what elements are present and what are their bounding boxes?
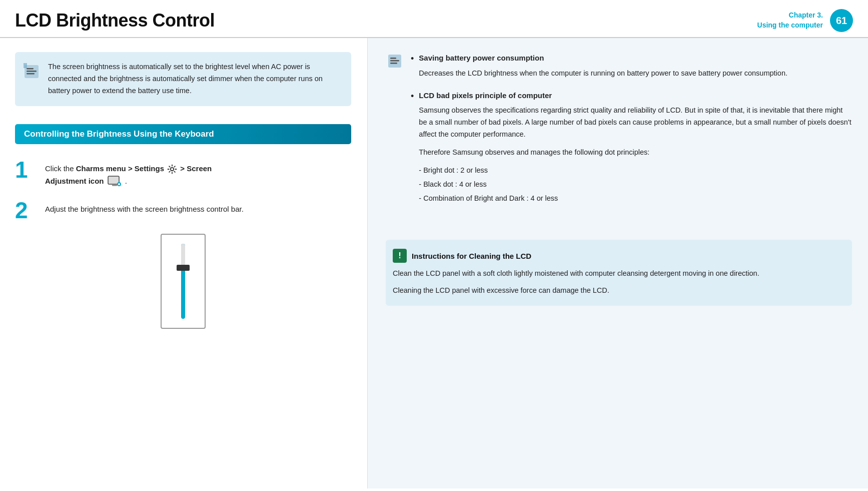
pencil-note-icon <box>22 62 41 81</box>
bullet-content-1: Saving battery power consumption Decreas… <box>419 52 787 80</box>
page-title: LCD Brightness Control <box>15 10 215 31</box>
slider-thumb <box>177 265 190 271</box>
step-2-text: Adjust the brightness with the screen br… <box>45 199 244 216</box>
svg-rect-6 <box>112 184 117 186</box>
warning-header: ! Instructions for Cleaning the LCD <box>393 249 842 263</box>
warning-line-1: Clean the LCD panel with a soft cloth li… <box>393 268 842 280</box>
svg-rect-2 <box>27 71 37 72</box>
bullet-extra-text: Therefore Samsung observes and manages t… <box>419 147 852 159</box>
left-column: The screen brightness is automatically s… <box>0 38 368 488</box>
sub-bullets: - Bright dot : 2 or less - Black dot : 4… <box>419 164 852 205</box>
main-content: The screen brightness is automatically s… <box>0 38 868 488</box>
svg-rect-1 <box>27 68 34 70</box>
info-box-left: The screen brightness is automatically s… <box>15 52 351 106</box>
header-right: Chapter 3. Using the computer 61 <box>757 9 853 32</box>
sub-bullet-2: - Black dot : 4 or less <box>419 178 852 191</box>
bullet-body-2: Samsung observes the specifications rega… <box>419 105 852 141</box>
sub-bullet-3: - Combination of Bright and Dark : 4 or … <box>419 192 852 205</box>
note-icon-right-wrap <box>386 52 404 72</box>
warning-title: Instructions for Cleaning the LCD <box>412 252 531 260</box>
note-icon-left <box>22 62 41 83</box>
step-2-number: 2 <box>15 199 35 222</box>
svg-point-8 <box>118 183 120 185</box>
brightness-slider-box <box>161 234 206 329</box>
bullet-dot-2: • <box>411 90 414 103</box>
settings-gear-icon <box>167 164 177 174</box>
chapter-label: Chapter 3. Using the computer <box>757 11 823 30</box>
info-box-text: The screen brightness is automatically s… <box>48 61 341 97</box>
bullet-content-2: LCD bad pixels principle of computer Sam… <box>419 90 852 206</box>
page-header: LCD Brightness Control Chapter 3. Using … <box>0 0 868 38</box>
svg-point-4 <box>171 168 174 171</box>
svg-rect-11 <box>390 60 399 62</box>
note-icon-right <box>386 52 404 70</box>
right-info-area: • Saving battery power consumption Decre… <box>386 52 852 230</box>
warning-badge: ! <box>393 249 407 263</box>
svg-rect-12 <box>390 63 397 64</box>
brightness-illustration <box>15 234 351 329</box>
bullet-item-1: • Saving battery power consumption Decre… <box>411 52 852 80</box>
screen-adjustment-icon <box>108 176 122 187</box>
bullet-title-1: Saving battery power consumption <box>419 52 787 65</box>
bullet-body-1: Decreases the LCD brightness when the co… <box>419 68 787 80</box>
right-column: • Saving battery power consumption Decre… <box>368 38 868 488</box>
bullet-title-2: LCD bad pixels principle of computer <box>419 90 852 102</box>
sub-bullet-1: - Bright dot : 2 or less <box>419 164 852 177</box>
svg-rect-10 <box>390 58 396 59</box>
warning-body: Clean the LCD panel with a soft cloth li… <box>393 268 842 297</box>
step-1-text: Click the Charms menu > Settings > Scree… <box>45 158 212 188</box>
svg-rect-5 <box>108 176 119 184</box>
section-heading: Controlling the Brightness Using the Key… <box>15 124 351 144</box>
step-2: 2 Adjust the brightness with the screen … <box>15 199 351 222</box>
bullet-item-2: • LCD bad pixels principle of computer S… <box>411 90 852 206</box>
step-1-number: 1 <box>15 158 35 181</box>
bullet-section: • Saving battery power consumption Decre… <box>411 52 852 216</box>
bullet-dot-1: • <box>411 53 414 65</box>
slider-track-top <box>181 244 185 268</box>
warning-box: ! Instructions for Cleaning the LCD Clea… <box>386 240 852 306</box>
step-1: 1 Click the Charms menu > Settings > Scr… <box>15 158 351 188</box>
warning-line-2: Cleaning the LCD panel with excessive fo… <box>393 285 842 297</box>
svg-rect-3 <box>27 73 35 75</box>
page-badge: 61 <box>830 9 853 32</box>
